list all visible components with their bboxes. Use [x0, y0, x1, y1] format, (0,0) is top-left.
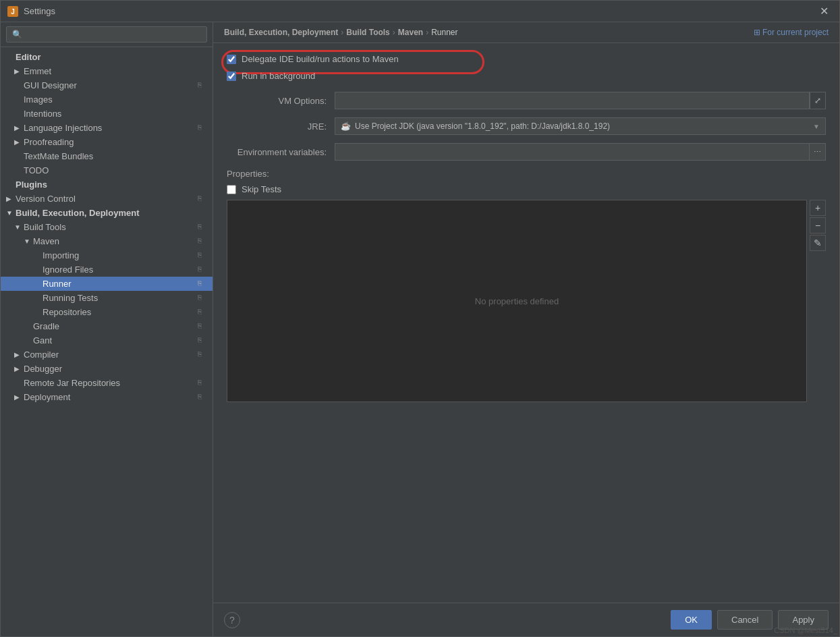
- no-properties-text: No properties defined: [475, 296, 559, 306]
- add-property-button[interactable]: +: [810, 200, 826, 216]
- title-bar: J Settings ✕: [1, 1, 839, 22]
- sidebar-item-ignored-files[interactable]: Ignored Files ⎘: [1, 262, 213, 277]
- sidebar-item-language-injections[interactable]: ▶ Language Injections ⎘: [1, 121, 213, 135]
- breadcrumb-current: Runner: [431, 28, 457, 37]
- breadcrumb-sep-1: ›: [341, 28, 343, 37]
- sidebar-item-maven[interactable]: ▼ Maven ⎘: [1, 234, 213, 248]
- cancel-button[interactable]: Cancel: [717, 610, 773, 630]
- vm-options-expand-button[interactable]: ⤢: [810, 92, 826, 109]
- copy-icon: ⎘: [198, 265, 207, 275]
- sidebar-item-plugins[interactable]: Plugins: [1, 177, 213, 192]
- dialog-title: Settings: [24, 6, 55, 16]
- env-vars-input[interactable]: [335, 143, 810, 161]
- sidebar-item-label: Runner: [43, 279, 195, 289]
- sidebar-item-debugger[interactable]: ▶ Debugger: [1, 362, 213, 376]
- sidebar-item-gradle[interactable]: Gradle ⎘: [1, 319, 213, 333]
- sidebar-item-label: Remote Jar Repositories: [24, 378, 195, 388]
- dialog-body: Editor ▶ Emmet GUI Designer ⎘ Images: [1, 22, 839, 636]
- run-in-background-checkbox[interactable]: [227, 72, 236, 81]
- sidebar-item-gant[interactable]: Gant ⎘: [1, 333, 213, 348]
- watermark: CSDN @Mest514_: [774, 626, 837, 634]
- app-icon: J: [7, 6, 18, 17]
- sidebar-item-images[interactable]: Images: [1, 92, 213, 107]
- properties-toolbar: + − ✎: [810, 200, 826, 402]
- settings-dialog: J Settings ✕ Editor ▶ Emmet: [0, 0, 840, 637]
- search-input[interactable]: [6, 26, 207, 43]
- help-button[interactable]: ?: [224, 612, 240, 628]
- env-vars-browse-button[interactable]: ⋯: [810, 143, 826, 161]
- delegate-checkbox[interactable]: [227, 55, 236, 64]
- sidebar-item-build-tools[interactable]: ▼ Build Tools ⎘: [1, 220, 213, 234]
- sidebar-item-label: TextMate Bundles: [24, 151, 207, 161]
- arrow-icon: ▶: [6, 195, 16, 202]
- sidebar-item-runner[interactable]: Runner ⎘: [1, 277, 213, 291]
- arrow-icon: ▶: [14, 138, 24, 146]
- sidebar-item-label: Debugger: [24, 364, 207, 374]
- for-current-project-link[interactable]: ⊞ For current project: [754, 28, 829, 37]
- close-button[interactable]: ✕: [816, 3, 833, 19]
- delegate-checkbox-label[interactable]: Delegate IDE build/run actions to Maven: [242, 54, 399, 64]
- sidebar-item-compiler[interactable]: ▶ Compiler ⎘: [1, 348, 213, 362]
- svg-text:J: J: [11, 8, 15, 16]
- sidebar-item-emmet[interactable]: ▶ Emmet: [1, 64, 213, 78]
- properties-area-container: No properties defined + − ✎: [227, 200, 826, 402]
- sidebar-item-running-tests[interactable]: Running Tests ⎘: [1, 291, 213, 305]
- sidebar-item-repositories[interactable]: Repositories ⎘: [1, 305, 213, 319]
- copy-icon: ⎘: [198, 379, 207, 388]
- sidebar-item-editor[interactable]: Editor: [1, 50, 213, 64]
- sidebar-item-intentions[interactable]: Intentions: [1, 107, 213, 121]
- env-vars-container: ⋯: [335, 143, 826, 161]
- sidebar-item-label: Plugins: [16, 179, 207, 190]
- vm-options-row: VM Options: ⤢: [227, 92, 826, 109]
- sidebar-item-label: GUI Designer: [24, 80, 195, 90]
- sidebar-item-deployment[interactable]: ▶ Deployment ⎘: [1, 390, 213, 404]
- skip-tests-label[interactable]: Skip Tests: [242, 184, 281, 194]
- sidebar-item-remote-jar[interactable]: Remote Jar Repositories ⎘: [1, 376, 213, 390]
- sidebar-item-label: Images: [24, 94, 207, 105]
- arrow-icon: ▶: [14, 124, 24, 132]
- arrow-icon: ▶: [14, 67, 24, 75]
- copy-icon: ⎘: [198, 81, 207, 90]
- sidebar-item-label: Maven: [33, 236, 195, 246]
- ok-button[interactable]: OK: [671, 610, 712, 630]
- sidebar-item-label: Compiler: [24, 350, 195, 360]
- dialog-footer: ? OK Cancel Apply: [213, 603, 839, 636]
- arrow-icon: ▼: [6, 209, 16, 217]
- jre-label: JRE:: [227, 121, 335, 132]
- arrow-icon: ▶: [14, 393, 24, 401]
- sidebar-item-label: Repositories: [43, 307, 195, 317]
- sidebar-item-label: Emmet: [24, 66, 207, 76]
- sidebar-item-todo[interactable]: TODO: [1, 163, 213, 177]
- settings-panel: Delegate IDE build/run actions to Maven …: [213, 43, 839, 603]
- breadcrumb: Build, Execution, Deployment › Build Too…: [213, 22, 839, 43]
- chevron-down-icon: ▼: [813, 123, 820, 130]
- vm-options-input[interactable]: [335, 92, 810, 109]
- breadcrumb-part-3: Maven: [398, 28, 423, 37]
- breadcrumb-part-2: Build Tools: [346, 28, 389, 37]
- vm-options-field-container: ⤢: [335, 92, 826, 109]
- sidebar-item-version-control[interactable]: ▶ Version Control ⎘: [1, 192, 213, 206]
- sidebar-item-gui-designer[interactable]: GUI Designer ⎘: [1, 78, 213, 92]
- sidebar-item-label: Build, Execution, Deployment: [16, 208, 207, 218]
- sidebar-item-textmate-bundles[interactable]: TextMate Bundles: [1, 149, 213, 163]
- copy-icon: ⎘: [198, 194, 207, 204]
- run-in-background-label[interactable]: Run in background: [242, 71, 315, 81]
- skip-tests-checkbox[interactable]: [227, 185, 236, 194]
- edit-property-button[interactable]: ✎: [810, 235, 826, 251]
- sidebar-item-label: TODO: [24, 165, 207, 175]
- copy-icon: ⎘: [198, 322, 207, 331]
- sidebar-item-proofreading[interactable]: ▶ Proofreading: [1, 135, 213, 149]
- breadcrumb-sep-3: ›: [426, 28, 428, 37]
- sidebar-item-build-exec-deploy[interactable]: ▼ Build, Execution, Deployment: [1, 206, 213, 220]
- jre-dropdown[interactable]: ☕ Use Project JDK (java version "1.8.0_1…: [335, 117, 826, 135]
- remove-property-button[interactable]: −: [810, 217, 826, 233]
- sidebar-item-label: Editor: [16, 52, 207, 62]
- search-bar: [1, 22, 213, 47]
- copy-icon: ⎘: [198, 393, 207, 402]
- sidebar: Editor ▶ Emmet GUI Designer ⎘ Images: [1, 22, 213, 636]
- sidebar-item-label: Language Injections: [24, 123, 195, 133]
- sidebar-item-label: Gant: [33, 335, 195, 345]
- sidebar-item-importing[interactable]: Importing ⎘: [1, 248, 213, 262]
- properties-label: Properties:: [227, 169, 826, 179]
- copy-icon: ⎘: [198, 294, 207, 303]
